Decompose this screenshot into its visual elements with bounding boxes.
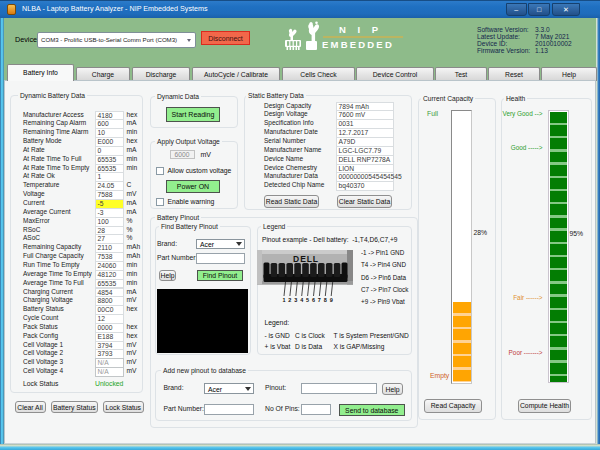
svg-text:9: 9 <box>329 296 332 302</box>
svg-text:5: 5 <box>306 296 309 302</box>
svg-text:4: 4 <box>300 296 304 302</box>
svg-text:2: 2 <box>288 296 291 302</box>
svg-text:8: 8 <box>323 296 326 302</box>
svg-text:DELL: DELL <box>293 253 319 263</box>
svg-text:3: 3 <box>294 296 297 302</box>
svg-text:6: 6 <box>311 296 314 302</box>
svg-text:1: 1 <box>282 296 285 302</box>
svg-text:7: 7 <box>317 296 320 302</box>
